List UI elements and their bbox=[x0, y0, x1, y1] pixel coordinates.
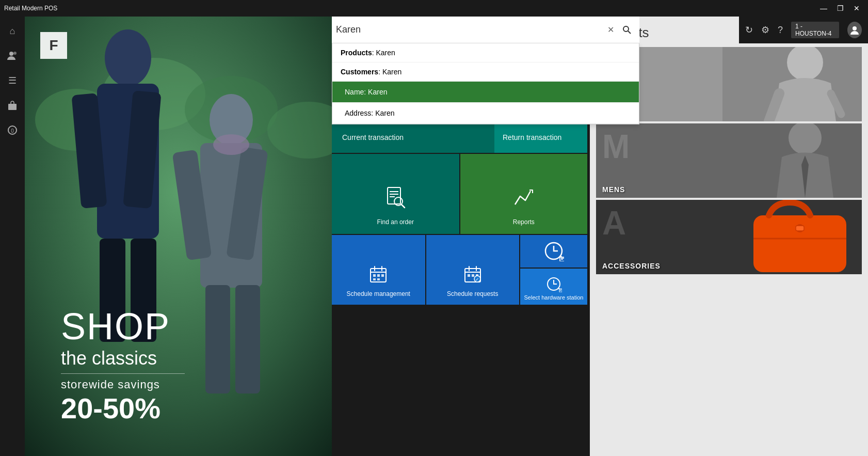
search-category-customers-rest: : Karen bbox=[378, 68, 401, 76]
hero-classics-text: the classics bbox=[61, 348, 185, 369]
restore-button[interactable]: ❐ bbox=[833, 1, 847, 15]
svg-rect-36 bbox=[373, 274, 376, 277]
find-order-icon bbox=[382, 185, 408, 214]
user-avatar[interactable] bbox=[847, 22, 862, 38]
accessories-letter: A bbox=[602, 204, 626, 242]
search-results: Products: Karen Customers: Karen Name: K… bbox=[332, 43, 639, 124]
sidebar-item-menu[interactable]: ☰ bbox=[4, 72, 21, 89]
bottom-tiles-row: Schedule management bbox=[332, 235, 587, 305]
svg-point-1 bbox=[13, 52, 17, 55]
app-container: ⌂ ☰ 0 bbox=[0, 17, 868, 456]
search-dropdown-container: ✕ Products: Karen Customers: Karen Name:… bbox=[332, 17, 639, 124]
svg-line-25 bbox=[628, 31, 631, 34]
hero-savings-text: storewide savings bbox=[61, 378, 185, 391]
search-clear-button[interactable]: ✕ bbox=[602, 22, 619, 38]
find-order-label: Find an order bbox=[377, 218, 414, 227]
svg-rect-37 bbox=[377, 274, 380, 277]
tile-time-clock[interactable] bbox=[520, 235, 587, 268]
sidebar-item-bag[interactable] bbox=[4, 97, 21, 114]
svg-line-31 bbox=[401, 205, 405, 208]
svg-point-22 bbox=[213, 134, 249, 155]
hero-text: SHOP the classics storewide savings 20-5… bbox=[61, 305, 185, 425]
title-bar: Retail Modern POS — ❐ ✕ bbox=[0, 0, 868, 17]
svg-rect-38 bbox=[381, 274, 384, 277]
svg-rect-21 bbox=[235, 285, 260, 394]
svg-rect-20 bbox=[205, 285, 230, 394]
hero-area: F SHOP the classics storewide savings 20… bbox=[25, 17, 332, 456]
search-button[interactable] bbox=[619, 22, 635, 38]
search-category-products[interactable]: Products: Karen bbox=[332, 43, 639, 62]
schedule-mgmt-label: Schedule management bbox=[347, 290, 410, 298]
svg-text:✓: ✓ bbox=[475, 277, 479, 282]
search-category-customers-bold: Customers bbox=[341, 68, 378, 76]
title-bar-controls: — ❐ ✕ bbox=[816, 1, 864, 15]
store-label: 1 - HOUSTON-4 bbox=[791, 22, 839, 38]
search-category-products-bold: Products bbox=[341, 49, 372, 57]
product-card-mens[interactable]: M MENS bbox=[596, 123, 862, 198]
schedule-requests-icon: ✓ bbox=[463, 264, 483, 287]
tile-select-hardware-station[interactable]: Select hardware station bbox=[520, 269, 587, 305]
reports-label: Reports bbox=[513, 218, 535, 227]
search-category-products-rest: : Karen bbox=[372, 49, 395, 57]
svg-text:0: 0 bbox=[11, 128, 14, 134]
minimize-button[interactable]: — bbox=[816, 1, 831, 15]
svg-rect-46 bbox=[472, 274, 474, 277]
tile-find-an-order[interactable]: Find an order bbox=[332, 154, 459, 234]
search-bar: ✕ bbox=[332, 17, 639, 43]
close-button[interactable]: ✕ bbox=[849, 1, 864, 15]
help-icon[interactable]: ? bbox=[778, 25, 783, 36]
hero-percent-text: 20-50% bbox=[61, 391, 185, 425]
title-bar-left: Retail Modern POS bbox=[4, 5, 57, 12]
search-input[interactable] bbox=[336, 24, 602, 35]
svg-rect-2 bbox=[8, 104, 17, 110]
tile-schedule-management[interactable]: Schedule management bbox=[332, 235, 425, 305]
main-tiles-row: Find an order Reports bbox=[332, 154, 587, 234]
svg-point-0 bbox=[9, 52, 13, 56]
product-card-accessories[interactable]: A ACCESSORIES bbox=[596, 200, 862, 274]
search-result-name[interactable]: Name: Karen bbox=[332, 82, 639, 103]
sidebar-item-home[interactable]: ⌂ bbox=[4, 23, 21, 39]
search-result-address[interactable]: Address: Karen bbox=[332, 103, 639, 124]
sidebar: ⌂ ☰ 0 bbox=[0, 17, 25, 456]
svg-rect-39 bbox=[373, 278, 376, 280]
refresh-icon[interactable]: ↻ bbox=[745, 24, 753, 36]
hero-divider bbox=[61, 373, 185, 374]
app-header: ↻ ⚙ ? 1 - HOUSTON-4 bbox=[739, 17, 868, 43]
mens-letter: M bbox=[602, 128, 630, 166]
accessories-label: ACCESSORIES bbox=[602, 262, 661, 270]
tile-reports[interactable]: Reports bbox=[460, 154, 588, 234]
mens-image bbox=[596, 123, 862, 198]
schedule-requests-label: Schedule requests bbox=[447, 290, 498, 298]
sidebar-item-customers[interactable] bbox=[4, 48, 21, 64]
svg-rect-40 bbox=[377, 278, 380, 280]
svg-rect-45 bbox=[468, 274, 470, 277]
transaction-row: Current transaction Return transaction bbox=[332, 122, 587, 153]
tile-time-tiles: Select hardware station bbox=[520, 235, 587, 305]
select-hardware-label: Select hardware station bbox=[524, 294, 584, 301]
content-area: F SHOP the classics storewide savings 20… bbox=[25, 17, 868, 456]
svg-point-24 bbox=[623, 26, 629, 32]
tile-schedule-requests[interactable]: ✓ Schedule requests bbox=[426, 235, 520, 305]
hero-background: F SHOP the classics storewide savings 20… bbox=[25, 17, 332, 456]
settings-icon[interactable]: ⚙ bbox=[761, 24, 769, 36]
svg-rect-67 bbox=[753, 215, 846, 272]
tile-return-transaction[interactable]: Return transaction bbox=[494, 122, 587, 153]
hero-logo: F bbox=[40, 32, 67, 59]
tile-current-transaction[interactable]: Current transaction bbox=[332, 122, 494, 153]
hero-shop-text: SHOP bbox=[61, 305, 185, 348]
reports-icon bbox=[511, 185, 537, 214]
sidebar-item-cart[interactable]: 0 bbox=[4, 122, 21, 138]
svg-point-23 bbox=[853, 26, 857, 30]
svg-rect-70 bbox=[796, 226, 804, 231]
svg-point-10 bbox=[105, 29, 151, 86]
search-category-customers[interactable]: Customers: Karen bbox=[332, 62, 639, 82]
app-title: Retail Modern POS bbox=[4, 5, 57, 12]
schedule-mgmt-icon bbox=[368, 264, 388, 287]
mens-label: MENS bbox=[602, 185, 625, 194]
